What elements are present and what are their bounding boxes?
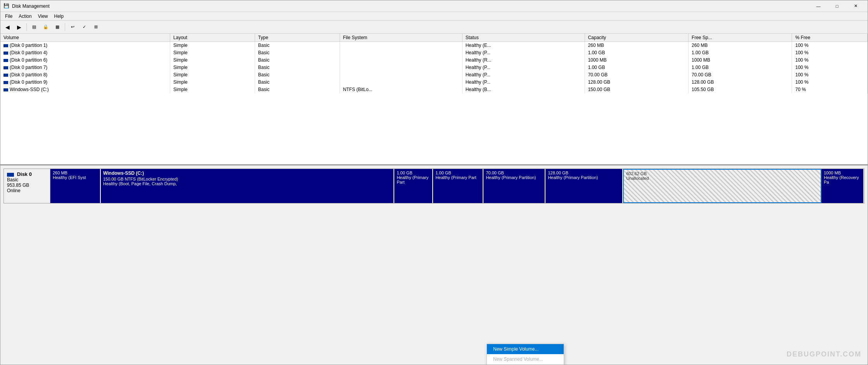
cell-fs-6: NTFS (BitLo... xyxy=(340,86,462,93)
partition-recovery[interactable]: 1000 MB Healthy (Recovery Pa xyxy=(821,169,864,203)
app-icon: 💾 xyxy=(3,3,10,9)
cell-pct-3: 100 % xyxy=(792,64,868,71)
cell-free-3: 1.00 GB xyxy=(689,64,792,71)
toolbar-btn-5[interactable]: ✓ xyxy=(79,22,90,32)
cell-capacity-3: 1.00 GB xyxy=(585,64,688,71)
table-row[interactable]: (Disk 0 partition 1) Simple Basic Health… xyxy=(0,42,868,49)
cell-type-1: Basic xyxy=(255,49,340,57)
toolbar-btn-6[interactable]: ⊞ xyxy=(90,22,101,32)
cell-volume-0: (Disk 0 partition 1) xyxy=(0,42,170,49)
partition-unalloc-status: Unallocated xyxy=(626,176,818,181)
table-row[interactable]: (Disk 0 partition 8) Simple Basic Health… xyxy=(0,71,868,79)
col-header-capacity[interactable]: Capacity xyxy=(585,34,688,42)
context-menu: New Simple Volume... New Spanned Volume.… xyxy=(487,344,564,365)
cell-status-6: Healthy (B... xyxy=(462,86,585,93)
cell-volume-6: Windows-SSD (C:) xyxy=(0,86,170,93)
menu-help[interactable]: Help xyxy=(51,13,67,20)
col-header-freesp[interactable]: Free Sp... xyxy=(689,34,792,42)
disk-name: Disk 0 xyxy=(7,171,47,177)
toolbar-btn-4[interactable]: ↩ xyxy=(67,22,78,32)
partition-p4-size: 128.00 GB xyxy=(548,170,620,175)
disk-status: Online xyxy=(7,188,47,193)
toolbar: ◀ ▶ ▤ 🔒 ▦ ↩ ✓ ⊞ xyxy=(0,21,868,34)
cell-free-2: 1000 MB xyxy=(689,57,792,64)
cell-fs-3 xyxy=(340,64,462,71)
partition-efi[interactable]: 260 MB Healthy (EFI Syst xyxy=(50,169,101,203)
cell-layout-5: Simple xyxy=(170,79,255,86)
toolbar-btn-2[interactable]: 🔒 xyxy=(40,22,51,32)
partition-efi-status: Healthy (EFI Syst xyxy=(53,175,98,180)
partition-unalloc-size: 602.62 GB xyxy=(626,171,818,176)
close-button[interactable]: ✕ xyxy=(847,0,865,12)
partition-primary3[interactable]: 70.00 GB Healthy (Primary Partition) xyxy=(483,169,545,203)
table-row[interactable]: (Disk 0 partition 6) Simple Basic Health… xyxy=(0,57,868,64)
toolbar-btn-1[interactable]: ▤ xyxy=(29,22,40,32)
partition-p4-status: Healthy (Primary Partition) xyxy=(548,175,620,180)
cell-status-2: Healthy (R... xyxy=(462,57,585,64)
table-row[interactable]: (Disk 0 partition 4) Simple Basic Health… xyxy=(0,49,868,57)
minimize-button[interactable]: — xyxy=(809,0,827,12)
cell-pct-6: 70 % xyxy=(792,86,868,93)
cell-type-3: Basic xyxy=(255,64,340,71)
cell-pct-5: 100 % xyxy=(792,79,868,86)
cell-volume-1: (Disk 0 partition 4) xyxy=(0,49,170,57)
cell-capacity-0: 260 MB xyxy=(585,42,688,49)
volume-table: Volume Layout Type File System Status Ca… xyxy=(0,34,868,93)
disk-row-0: Disk 0 Basic 953.85 GB Online 260 MB Hea… xyxy=(3,169,865,203)
window-controls: — □ ✕ xyxy=(809,0,865,12)
partition-windows[interactable]: Windows-SSD (C:) 150.00 GB NTFS (BitLock… xyxy=(101,169,394,203)
cell-free-6: 105.50 GB xyxy=(689,86,792,93)
menu-file[interactable]: File xyxy=(2,13,16,20)
col-header-type[interactable]: Type xyxy=(255,34,340,42)
partition-efi-size: 260 MB xyxy=(53,170,98,175)
cell-fs-1 xyxy=(340,49,462,57)
partition-p3-status: Healthy (Primary Partition) xyxy=(486,175,542,180)
partition-primary4[interactable]: 128.00 GB Healthy (Primary Partition) xyxy=(545,169,623,203)
main-content: Volume Layout Type File System Status Ca… xyxy=(0,34,868,365)
col-header-layout[interactable]: Layout xyxy=(170,34,255,42)
menu-view[interactable]: View xyxy=(35,13,51,20)
partition-primary2[interactable]: 1.00 GB Healthy (Primary Part xyxy=(433,169,483,203)
cell-capacity-5: 128.00 GB xyxy=(585,79,688,86)
cell-fs-4 xyxy=(340,71,462,79)
table-row[interactable]: Windows-SSD (C:) Simple Basic NTFS (BitL… xyxy=(0,86,868,93)
col-header-pctfree[interactable]: % Free xyxy=(792,34,868,42)
menu-action[interactable]: Action xyxy=(16,13,35,20)
main-window: 💾 Disk Management — □ ✕ File Action View… xyxy=(0,0,868,365)
cell-volume-3: (Disk 0 partition 7) xyxy=(0,64,170,71)
table-body: (Disk 0 partition 1) Simple Basic Health… xyxy=(0,42,868,93)
cell-layout-1: Simple xyxy=(170,49,255,57)
partition-p2-status: Healthy (Primary Part xyxy=(435,175,480,180)
toolbar-sep-2 xyxy=(65,23,65,31)
col-header-fs[interactable]: File System xyxy=(340,34,462,42)
cell-capacity-6: 150.00 GB xyxy=(585,86,688,93)
cell-type-0: Basic xyxy=(255,42,340,49)
cell-layout-3: Simple xyxy=(170,64,255,71)
cell-capacity-2: 1000 MB xyxy=(585,57,688,64)
title-bar: 💾 Disk Management — □ ✕ xyxy=(0,0,868,12)
table-row[interactable]: (Disk 0 partition 9) Simple Basic Health… xyxy=(0,79,868,86)
cell-fs-0 xyxy=(340,42,462,49)
col-header-status[interactable]: Status xyxy=(462,34,585,42)
partition-unallocated[interactable]: 602.62 GB Unallocated xyxy=(623,169,821,203)
toolbar-btn-3[interactable]: ▦ xyxy=(52,22,63,32)
partition-p2-size: 1.00 GB xyxy=(435,170,480,175)
toolbar-forward[interactable]: ▶ xyxy=(14,22,24,32)
cell-pct-1: 100 % xyxy=(792,49,868,57)
cell-free-0: 260 MB xyxy=(689,42,792,49)
partition-windows-status: Healthy (Boot, Page File, Crash Dump, xyxy=(103,181,391,186)
disk-partitions: 260 MB Healthy (EFI Syst Windows-SSD (C:… xyxy=(50,169,865,203)
partition-p3-size: 70.00 GB xyxy=(486,170,542,175)
partition-windows-name: Windows-SSD (C:) xyxy=(103,170,391,176)
cell-status-1: Healthy (P... xyxy=(462,49,585,57)
context-menu-new-simple[interactable]: New Simple Volume... xyxy=(487,344,564,354)
partition-primary1[interactable]: 1.00 GB Healthy (Primary Part xyxy=(394,169,433,203)
cell-fs-5 xyxy=(340,79,462,86)
watermark: DEBUGPOINT.COM xyxy=(787,350,861,358)
window-title: Disk Management xyxy=(12,3,809,9)
toolbar-back[interactable]: ◀ xyxy=(2,22,13,32)
maximize-button[interactable]: □ xyxy=(828,0,846,12)
col-header-volume[interactable]: Volume xyxy=(0,34,170,42)
table-row[interactable]: (Disk 0 partition 7) Simple Basic Health… xyxy=(0,64,868,71)
cell-free-1: 1.00 GB xyxy=(689,49,792,57)
